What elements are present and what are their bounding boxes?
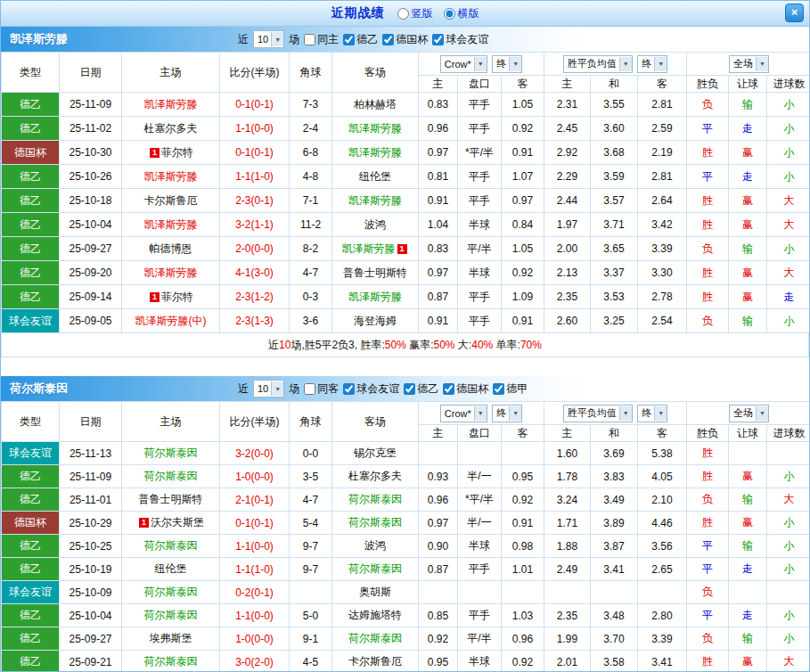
match-score[interactable]: 0-1(0-1) bbox=[220, 512, 290, 535]
team-link[interactable]: 荷尔斯泰因 bbox=[348, 516, 402, 529]
team-link[interactable]: 纽伦堡 bbox=[155, 562, 187, 575]
team-link[interactable]: 纽伦堡 bbox=[359, 170, 391, 183]
team-link[interactable]: 菲尔特 bbox=[161, 291, 193, 303]
team-link[interactable]: 荷尔斯泰因 bbox=[144, 609, 198, 621]
match-score[interactable]: 2-3(1-3) bbox=[220, 309, 290, 333]
team-link[interactable]: 凯泽斯劳滕 bbox=[144, 98, 198, 111]
scope-select[interactable]: 全场▼ bbox=[729, 55, 769, 73]
team-link[interactable]: 荷尔斯泰因 bbox=[144, 586, 198, 598]
team-link[interactable]: 凯泽斯劳滕 bbox=[342, 242, 396, 255]
match-score[interactable]: 0-2(0-1) bbox=[220, 581, 290, 604]
europe-final-select[interactable]: 终▼ bbox=[637, 405, 667, 422]
team-link[interactable]: 卡尔斯鲁厄 bbox=[348, 655, 402, 668]
team-link[interactable]: 荷尔斯泰因 bbox=[144, 655, 198, 668]
same-venue-input[interactable] bbox=[304, 34, 315, 45]
team-link[interactable]: 海登海姆 bbox=[354, 315, 397, 327]
match-score[interactable]: 2-0(0-0) bbox=[220, 237, 290, 261]
team-link[interactable]: 达姆施塔特 bbox=[348, 609, 402, 621]
match-score[interactable]: 3-2(0-0) bbox=[220, 442, 290, 465]
team-link[interactable]: 菲尔特 bbox=[161, 146, 193, 159]
team-link[interactable]: 波鸿 bbox=[364, 218, 386, 231]
bookmaker-select[interactable]: Crow*▼ bbox=[440, 55, 487, 73]
team-link[interactable]: 荷尔斯泰因 bbox=[144, 447, 198, 459]
match-count-select[interactable]: 10▼ bbox=[253, 380, 284, 397]
col-avg-draw: 和 bbox=[591, 425, 638, 442]
team-link[interactable]: 杜塞尔多夫 bbox=[144, 122, 198, 135]
league-filter-checkbox[interactable]: 德乙 bbox=[343, 32, 378, 47]
league-filter-input[interactable] bbox=[382, 34, 394, 45]
team-link[interactable]: 普鲁士明斯特 bbox=[343, 266, 407, 279]
league-filter-input[interactable] bbox=[443, 383, 454, 395]
same-venue-input[interactable] bbox=[304, 383, 315, 395]
scope-select[interactable]: 全场▼ bbox=[729, 405, 769, 422]
close-button[interactable]: × bbox=[785, 4, 804, 22]
league-filter-input[interactable] bbox=[343, 34, 355, 45]
col-asian-home: 主 bbox=[419, 76, 458, 93]
team-link[interactable]: 埃弗斯堡 bbox=[150, 632, 192, 644]
team-link[interactable]: 柏林赫塔 bbox=[354, 98, 397, 111]
match-score[interactable]: 1-0(0-0) bbox=[220, 627, 290, 651]
league-filter-input[interactable] bbox=[432, 34, 444, 45]
team-link[interactable]: 普鲁士明斯特 bbox=[139, 493, 203, 505]
league-filter-checkbox[interactable]: 德国杯 bbox=[443, 381, 488, 397]
asian-final-select[interactable]: 终▼ bbox=[492, 405, 522, 422]
league-filter-checkbox[interactable]: 球会友谊 bbox=[432, 32, 488, 47]
same-venue-checkbox[interactable]: 同主 bbox=[304, 32, 339, 47]
league-filter-input[interactable] bbox=[343, 383, 355, 395]
match-score[interactable]: 4-1(3-0) bbox=[220, 261, 290, 285]
team-link[interactable]: 锡尔克堡 bbox=[354, 447, 397, 459]
match-score[interactable]: 1-1(1-0) bbox=[220, 165, 290, 189]
col-goals-result: 进球数 bbox=[767, 76, 810, 93]
layout-option-vertical[interactable]: 竖版 bbox=[397, 6, 433, 21]
europe-avg-select[interactable]: 胜平负均值▼ bbox=[563, 405, 633, 422]
team-link[interactable]: 荷尔斯泰因 bbox=[144, 539, 198, 552]
team-link[interactable]: 荷尔斯泰因 bbox=[348, 562, 402, 575]
league-filter-input[interactable] bbox=[404, 383, 415, 395]
team-link[interactable]: 凯泽斯劳滕 bbox=[144, 170, 198, 183]
league-filter-checkbox[interactable]: 德国杯 bbox=[382, 32, 428, 47]
bookmaker-select[interactable]: Crow*▼ bbox=[440, 405, 487, 422]
league-filter-input[interactable] bbox=[493, 383, 504, 395]
team-link[interactable]: 凯泽斯劳滕 bbox=[348, 122, 402, 135]
team-link[interactable]: 波鸿 bbox=[364, 539, 386, 552]
layout-option-horizontal[interactable]: 横版 bbox=[444, 6, 479, 21]
match-score[interactable]: 0-1(0-1) bbox=[220, 93, 290, 117]
match-score[interactable]: 1-1(0-0) bbox=[220, 604, 290, 627]
team-link[interactable]: 凯泽斯劳滕 bbox=[348, 146, 402, 159]
match-score[interactable]: 2-3(0-1) bbox=[220, 189, 290, 213]
league-filter-checkbox[interactable]: 德甲 bbox=[493, 381, 528, 397]
match-count-select[interactable]: 10▼ bbox=[253, 30, 284, 48]
team-link[interactable]: 杜塞尔多夫 bbox=[348, 470, 402, 482]
team-link[interactable]: 荷尔斯泰因 bbox=[144, 470, 198, 482]
horizontal-layout-radio[interactable] bbox=[444, 8, 455, 20]
match-score[interactable]: 0-1(0-1) bbox=[220, 141, 290, 165]
team-link[interactable]: 荷尔斯泰因 bbox=[348, 493, 402, 505]
match-score[interactable]: 2-3(1-2) bbox=[220, 285, 290, 309]
match-score[interactable]: 1-0(0-0) bbox=[220, 465, 290, 488]
match-score[interactable]: 3-0(2-0) bbox=[220, 651, 290, 672]
match-score[interactable]: 1-1(0-0) bbox=[220, 117, 290, 141]
col-asian-home: 主 bbox=[419, 425, 458, 442]
team-link[interactable]: 帕德博恩 bbox=[150, 242, 192, 255]
match-score[interactable]: 1-1(0-0) bbox=[220, 535, 290, 558]
team-link[interactable]: 凯泽斯劳滕(中) bbox=[135, 315, 207, 327]
same-venue-checkbox[interactable]: 同客 bbox=[304, 381, 339, 397]
europe-avg-select[interactable]: 胜平负均值▼ bbox=[563, 55, 633, 73]
team-link[interactable]: 凯泽斯劳滕 bbox=[348, 291, 402, 303]
match-score[interactable]: 3-2(1-1) bbox=[220, 213, 290, 237]
league-filter-checkbox[interactable]: 球会友谊 bbox=[343, 381, 399, 397]
match-score[interactable]: 2-1(0-1) bbox=[220, 488, 290, 512]
team-link[interactable]: 沃尔夫斯堡 bbox=[151, 516, 204, 529]
league-filter-checkbox[interactable]: 德乙 bbox=[404, 381, 438, 397]
asian-final-select[interactable]: 终▼ bbox=[492, 55, 522, 73]
vertical-layout-radio[interactable] bbox=[397, 8, 409, 20]
col-home: 主场 bbox=[122, 53, 220, 93]
match-score[interactable]: 1-1(1-0) bbox=[220, 558, 290, 581]
team-link[interactable]: 卡尔斯鲁厄 bbox=[144, 194, 198, 207]
team-link[interactable]: 奥胡斯 bbox=[359, 586, 391, 598]
team-link[interactable]: 凯泽斯劳滕 bbox=[144, 266, 198, 279]
europe-final-select[interactable]: 终▼ bbox=[637, 55, 667, 73]
team-link[interactable]: 凯泽斯劳滕 bbox=[144, 218, 198, 231]
team-link[interactable]: 荷尔斯泰因 bbox=[348, 632, 402, 644]
team-link[interactable]: 凯泽斯劳滕 bbox=[348, 194, 402, 207]
